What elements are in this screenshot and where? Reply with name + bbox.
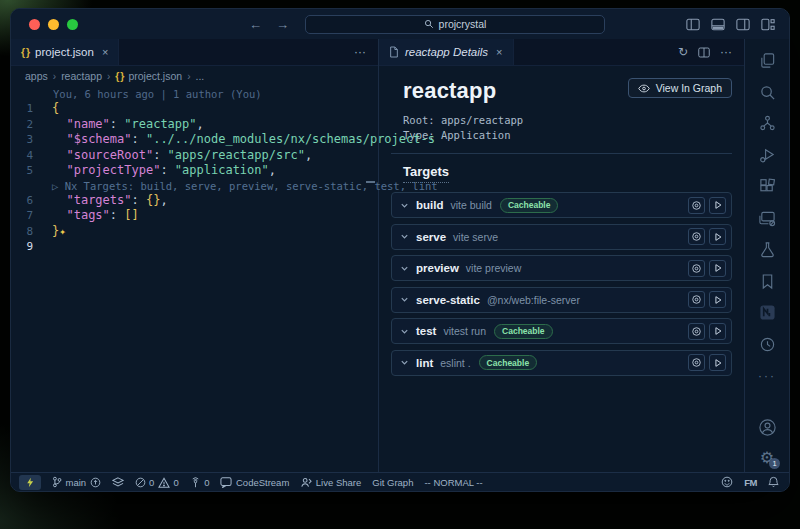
history-clock-icon[interactable] <box>759 335 776 354</box>
target-row-build[interactable]: buildvite buildCacheable <box>391 192 732 218</box>
additional-views-icon[interactable]: ··· <box>758 366 776 385</box>
minimize-window-button[interactable] <box>48 19 59 30</box>
view-target-config-button[interactable] <box>688 228 705 245</box>
status-bar: main 0 0 0 CodeStream Live Share Git Gra… <box>11 472 789 491</box>
run-target-button[interactable] <box>709 260 726 277</box>
target-row-preview[interactable]: previewvite preview <box>391 255 732 281</box>
nx-console-icon[interactable] <box>759 303 776 322</box>
code-line[interactable]: 1{ <box>11 101 378 117</box>
settings-gear-icon[interactable]: ⚙ 1 <box>760 450 774 466</box>
target-name: serve-static <box>416 294 480 306</box>
breadcrumb-file[interactable]: project.json <box>128 70 182 82</box>
target-row-test[interactable]: testvitest runCacheable <box>391 318 732 344</box>
remote-screens-icon[interactable] <box>758 209 776 228</box>
view-target-config-button[interactable] <box>688 323 705 340</box>
gitlens-blame-annotation[interactable]: You, 6 hours ago | 1 author (You) <box>11 87 378 101</box>
zoom-window-button[interactable] <box>67 19 78 30</box>
search-icon[interactable] <box>759 83 776 102</box>
code-line[interactable]: 2 "name": "reactapp", <box>11 117 378 133</box>
account-icon[interactable] <box>758 418 777 437</box>
code-line[interactable]: 7 "tags": [] <box>11 208 378 224</box>
close-window-button[interactable] <box>29 19 40 30</box>
live-share-item[interactable]: Live Share <box>300 477 361 488</box>
notifications-bell-icon[interactable] <box>768 476 779 488</box>
target-row-serve[interactable]: servevite serve <box>391 224 732 250</box>
toggle-panel-icon[interactable] <box>711 18 725 31</box>
tab-reactapp-details[interactable]: reactapp Details × <box>379 39 514 65</box>
split-editor-icon[interactable] <box>698 47 710 58</box>
layers-icon <box>112 477 124 488</box>
code-line[interactable]: 4 "sourceRoot": "apps/reactapp/src", <box>11 148 378 164</box>
files-icon[interactable] <box>759 51 776 70</box>
chevron-down-icon[interactable] <box>400 327 409 336</box>
target-command: eslint . <box>440 357 470 369</box>
run-target-button[interactable] <box>709 228 726 245</box>
code-line[interactable]: 5 "projectType": "application", <box>11 163 378 179</box>
back-icon[interactable]: ← <box>249 17 262 32</box>
source-control-graph-icon[interactable] <box>759 114 776 133</box>
toggle-left-sidebar-icon[interactable] <box>686 18 700 31</box>
run-target-button[interactable] <box>709 323 726 340</box>
forward-icon[interactable]: → <box>276 17 289 32</box>
errors-icon <box>135 477 146 488</box>
breadcrumb-apps[interactable]: apps <box>25 70 48 82</box>
test-beaker-icon[interactable] <box>759 240 776 259</box>
chevron-down-icon[interactable] <box>400 232 409 241</box>
cacheable-badge: Cacheable <box>494 324 553 339</box>
code-line[interactable]: 9 <box>11 239 378 255</box>
live-share-label: Live Share <box>316 477 361 488</box>
customize-layout-icon[interactable] <box>761 18 775 31</box>
problems-item[interactable]: 0 0 <box>135 477 179 488</box>
code-editor[interactable]: You, 6 hours ago | 1 author (You) 1{2 "n… <box>11 86 378 472</box>
more-actions-icon[interactable]: ··· <box>720 45 732 59</box>
toggle-right-sidebar-icon[interactable] <box>736 18 750 31</box>
feedback-smiley-icon[interactable] <box>721 476 733 488</box>
settings-badge: 1 <box>769 458 780 469</box>
git-graph-item[interactable]: Git Graph <box>372 477 413 488</box>
tab-project-json[interactable]: { } project.json × <box>11 39 119 65</box>
code-line[interactable]: 8}✦ <box>11 224 378 240</box>
run-debug-icon[interactable] <box>759 146 776 165</box>
run-target-button[interactable] <box>709 354 726 371</box>
extensions-icon[interactable] <box>759 177 776 196</box>
run-target-button[interactable] <box>709 291 726 308</box>
view-target-config-button[interactable] <box>688 291 705 308</box>
refresh-icon[interactable]: ↻ <box>678 45 688 59</box>
branch-name: main <box>66 477 87 488</box>
chevron-down-icon[interactable] <box>400 358 409 367</box>
view-target-config-button[interactable] <box>688 354 705 371</box>
bookmark-icon[interactable] <box>760 272 775 291</box>
chevron-down-icon[interactable] <box>400 264 409 273</box>
target-command: vitest run <box>443 325 486 337</box>
view-target-config-button[interactable] <box>688 197 705 214</box>
target-command: vite preview <box>466 262 521 274</box>
close-tab-icon[interactable]: × <box>102 46 108 58</box>
view-target-config-button[interactable] <box>688 260 705 277</box>
git-branch-item[interactable]: main <box>52 476 101 488</box>
more-actions-icon[interactable]: ··· <box>354 45 366 59</box>
codestream-item[interactable]: CodeStream <box>220 477 289 488</box>
chevron-down-icon[interactable] <box>400 201 409 210</box>
close-tab-icon[interactable]: × <box>496 46 502 58</box>
view-in-graph-button[interactable]: View In Graph <box>628 78 732 98</box>
breadcrumb-reactapp[interactable]: reactapp <box>61 70 102 82</box>
code-line[interactable]: 3 "$schema": "../../node_modules/nx/sche… <box>11 132 378 148</box>
line-number: 1 <box>11 101 45 117</box>
formatter-item[interactable]: FM <box>744 477 757 488</box>
ports-item[interactable]: 0 <box>190 477 210 488</box>
breadcrumb-symbol[interactable]: ... <box>195 70 204 82</box>
command-center-search[interactable]: projcrystal <box>305 15 605 34</box>
chevron-down-icon[interactable] <box>400 295 409 304</box>
git-graph-label: Git Graph <box>372 477 413 488</box>
target-row-lint[interactable]: linteslint .Cacheable <box>391 350 732 376</box>
target-row-serve-static[interactable]: serve-static@nx/web:file-server <box>391 287 732 313</box>
code-line[interactable]: 6 "targets": {}, <box>11 193 378 209</box>
live-share-icon <box>300 477 312 488</box>
nx-targets-codelens[interactable]: ▷ Nx Targets: build, serve, preview, ser… <box>11 179 378 193</box>
run-target-button[interactable] <box>709 197 726 214</box>
vim-mode-item[interactable]: -- NORMAL -- <box>424 477 482 488</box>
overview-ruler-mark <box>366 181 375 183</box>
remote-indicator-button[interactable] <box>19 475 41 490</box>
layers-item[interactable] <box>112 477 124 488</box>
target-name: serve <box>416 231 446 243</box>
